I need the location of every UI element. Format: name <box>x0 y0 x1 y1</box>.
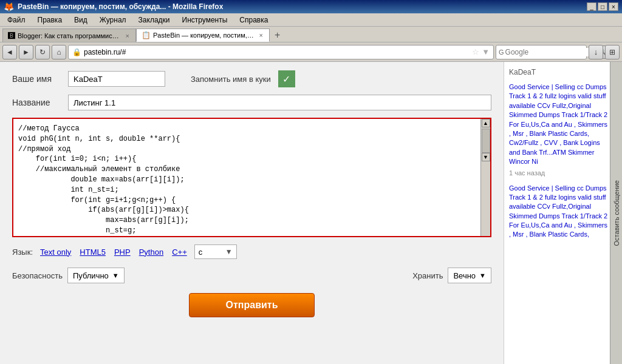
code-editor[interactable]: //метод Гаусса void phG(int n, int s, do… <box>13 119 480 234</box>
main-layout: Ваше имя Запомнить имя в куки ✓ Название… <box>0 62 622 364</box>
address-icon: 🔒 <box>72 48 81 56</box>
sidebar-time-1: 1 час назад <box>509 169 610 177</box>
menu-bookmarks[interactable]: Закладки <box>134 15 175 25</box>
blogger-icon: 🅱 <box>8 32 15 40</box>
security-arrow: ▼ <box>112 272 119 279</box>
lang-selected-text: c <box>199 248 223 257</box>
back-button[interactable]: ◄ <box>2 45 17 59</box>
remember-button[interactable]: ✓ <box>278 70 295 87</box>
name-input[interactable] <box>68 71 165 87</box>
bookmark-star-icon[interactable]: ☆ <box>472 47 479 56</box>
options-row: Безопасность Публично ▼ Хранить Вечно ▼ <box>12 268 491 283</box>
titlebar: 🦊 PasteBin — копируем, постим, обсужда..… <box>0 0 622 13</box>
sidebar-username: KaDeaT <box>509 67 610 78</box>
forward-button[interactable]: ► <box>19 45 33 59</box>
sidebar: KaDeaT Good Service | Selling cc Dumps T… <box>504 62 622 364</box>
search-input[interactable] <box>505 48 596 56</box>
security-value: Публично <box>73 271 109 280</box>
code-editor-wrap: //метод Гаусса void phG(int n, int s, do… <box>12 118 491 237</box>
menu-file[interactable]: Файл <box>2 15 30 25</box>
lang-python[interactable]: Python <box>138 248 165 257</box>
navbar: ◄ ► ↻ ⌂ 🔒 ☆ ▼ G 🔍 ↓ ⊞ <box>0 42 622 62</box>
lang-html5[interactable]: HTML5 <box>78 248 107 257</box>
editor-scrollbar[interactable]: ▲ ▼ <box>480 119 490 236</box>
security-select[interactable]: Публично ▼ <box>67 268 125 283</box>
language-row: Язык: Text only HTML5 PHP Python C++ c ▼ <box>12 244 491 259</box>
security-label: Безопасность <box>12 271 63 280</box>
tab-blogger[interactable]: 🅱 Blogger: Как стать программистом – Но.… <box>2 29 136 42</box>
reload-button[interactable]: ↻ <box>35 45 50 59</box>
search-bar-wrap: G 🔍 <box>496 45 587 59</box>
address-bar-wrap: 🔒 ☆ ▼ <box>68 45 494 59</box>
submit-wrap: Отправить <box>12 293 491 317</box>
security-group: Безопасность Публично ▼ <box>12 268 125 283</box>
store-arrow: ▼ <box>479 272 486 279</box>
store-group: Хранить Вечно ▼ <box>412 268 491 283</box>
google-icon: G <box>499 49 504 56</box>
menu-help[interactable]: Справка <box>234 15 273 25</box>
download-button[interactable]: ↓ <box>589 45 603 59</box>
tab-blogger-label: Blogger: Как стать программистом – Но... <box>18 32 122 39</box>
sidebar-ad-link-1[interactable]: Good Service | Selling cc Dumps Track 1 … <box>509 83 610 167</box>
new-tab-button[interactable]: + <box>270 29 285 42</box>
title-label: Название <box>12 98 61 107</box>
scroll-down[interactable]: ▼ <box>482 153 490 161</box>
lang-php[interactable]: PHP <box>113 248 132 257</box>
home-button[interactable]: ⌂ <box>52 45 66 59</box>
menu-tools[interactable]: Инструменты <box>177 15 233 25</box>
vertical-tab-label: Оставить сообщение <box>612 178 621 248</box>
tab-blogger-close[interactable]: × <box>125 32 131 39</box>
title-input[interactable] <box>68 95 491 110</box>
window-title-text: PasteBin — копируем, постим, обсужда... … <box>18 2 223 11</box>
maximize-button[interactable]: □ <box>598 2 607 11</box>
pastebin-icon: 📋 <box>142 31 151 39</box>
lang-select-wrap[interactable]: c ▼ <box>194 244 237 259</box>
window-controls: _ □ × <box>587 2 618 11</box>
fullscreen-button[interactable]: ⊞ <box>605 45 620 59</box>
window-title-area: 🦊 PasteBin — копируем, постим, обсужда..… <box>4 2 223 12</box>
scroll-thumb[interactable] <box>482 129 490 153</box>
store-value: Вечно <box>453 271 476 280</box>
lang-label: Язык: <box>12 248 33 257</box>
store-label: Хранить <box>412 271 443 280</box>
sidebar-ad-link-2[interactable]: Good Service | Selling cc Dumps Track 1 … <box>509 184 610 240</box>
minimize-button[interactable]: _ <box>587 2 596 11</box>
tabbar: 🅱 Blogger: Как стать программистом – Но.… <box>0 27 622 42</box>
lang-text-only[interactable]: Text only <box>39 248 72 257</box>
menu-edit[interactable]: Правка <box>33 15 67 25</box>
name-label: Ваше имя <box>12 74 61 84</box>
content-area: Ваше имя Запомнить имя в куки ✓ Название… <box>0 62 504 364</box>
bookmark-arrow-icon[interactable]: ▼ <box>482 47 490 56</box>
store-select[interactable]: Вечно ▼ <box>448 268 491 283</box>
vertical-tab[interactable]: Оставить сообщение <box>610 62 622 364</box>
menubar: Файл Правка Вид Журнал Закладки Инструме… <box>0 13 622 27</box>
submit-button[interactable]: Отправить <box>189 293 315 317</box>
lang-cpp[interactable]: C++ <box>171 248 188 257</box>
lang-dropdown-arrow: ▼ <box>225 248 233 256</box>
remember-label: Запомнить имя в куки <box>191 75 271 84</box>
address-input[interactable] <box>84 48 470 56</box>
close-button[interactable]: × <box>609 2 618 11</box>
menu-history[interactable]: Журнал <box>95 15 131 25</box>
scroll-up[interactable]: ▲ <box>482 119 490 127</box>
tab-pastebin[interactable]: 📋 PasteBin — копируем, постим, обсужда..… <box>136 29 270 42</box>
tab-pastebin-close[interactable]: × <box>258 32 264 39</box>
window: 🦊 PasteBin — копируем, постим, обсужда..… <box>0 0 622 364</box>
name-row: Ваше имя Запомнить имя в куки ✓ <box>12 70 491 87</box>
menu-view[interactable]: Вид <box>69 15 92 25</box>
tab-pastebin-label: PasteBin — копируем, постим, обсужда... <box>153 32 256 39</box>
title-row: Название <box>12 95 491 110</box>
